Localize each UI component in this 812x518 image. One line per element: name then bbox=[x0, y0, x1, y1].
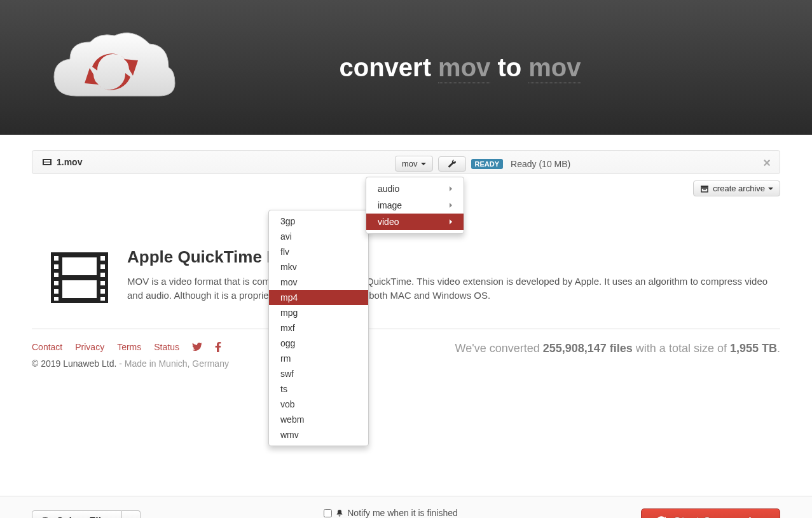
select-files-button[interactable]: Select Files bbox=[32, 510, 122, 518]
privacy-link[interactable]: Privacy bbox=[75, 342, 104, 352]
terms-link[interactable]: Terms bbox=[117, 342, 141, 352]
format-item-mp4[interactable]: mp4 bbox=[269, 290, 368, 305]
category-dropdown: audioimagevideo bbox=[366, 177, 464, 234]
svg-rect-3 bbox=[701, 186, 708, 187]
format-item-swf[interactable]: swf bbox=[269, 366, 368, 381]
format-item-mov[interactable]: mov bbox=[269, 275, 368, 290]
footer-links: Contact Privacy Terms Status bbox=[32, 342, 229, 352]
notify-checkbox[interactable] bbox=[324, 509, 332, 517]
select-files-caret-button[interactable] bbox=[122, 510, 141, 518]
format-dropdown: 3gpaviflvmkvmovmp4mpgmxfoggrmswftsvobweb… bbox=[268, 210, 369, 446]
contact-link[interactable]: Contact bbox=[32, 342, 62, 352]
format-item-ts[interactable]: ts bbox=[269, 381, 368, 397]
format-item-wmv[interactable]: wmv bbox=[269, 427, 368, 442]
caret-down-icon bbox=[768, 187, 773, 190]
chevron-right-icon bbox=[450, 219, 452, 224]
svg-rect-16 bbox=[100, 264, 105, 269]
title-mid: to bbox=[490, 53, 528, 81]
stats-files: 255,908,147 files bbox=[543, 342, 633, 355]
format-item-mkv[interactable]: mkv bbox=[269, 259, 368, 275]
svg-rect-17 bbox=[100, 273, 105, 277]
format-item-3gp[interactable]: 3gp bbox=[269, 214, 368, 229]
cloud-icon bbox=[38, 20, 184, 115]
format-item-avi[interactable]: avi bbox=[269, 229, 368, 244]
category-label: audio bbox=[378, 184, 399, 194]
svg-rect-20 bbox=[100, 297, 105, 301]
ready-text: Ready (10 MB) bbox=[511, 159, 570, 169]
notify-option[interactable]: Notify me when it is finished bbox=[324, 508, 458, 518]
format-title: Apple QuickTime Movie bbox=[127, 247, 780, 267]
film-icon bbox=[51, 252, 108, 303]
copyright-muted: - Made in Munich, Germany bbox=[116, 358, 229, 369]
svg-rect-11 bbox=[54, 273, 58, 277]
category-item-image[interactable]: image bbox=[366, 197, 464, 214]
format-from[interactable]: mov bbox=[438, 53, 490, 83]
category-label: video bbox=[378, 217, 399, 227]
convert-title: convert mov to mov bbox=[184, 53, 812, 82]
chevron-right-icon bbox=[450, 186, 452, 191]
stats-prefix: We've converted bbox=[455, 342, 543, 355]
copyright-text: © 2019 Lunaweb Ltd. bbox=[32, 358, 116, 369]
svg-rect-9 bbox=[54, 256, 58, 261]
category-item-audio[interactable]: audio bbox=[366, 181, 464, 197]
create-archive-button[interactable]: create archive bbox=[693, 181, 780, 196]
svg-rect-0 bbox=[43, 159, 52, 165]
svg-rect-1 bbox=[44, 160, 50, 162]
format-item-webm[interactable]: webm bbox=[269, 412, 368, 427]
wrench-icon bbox=[448, 160, 457, 168]
create-archive-label: create archive bbox=[713, 184, 765, 193]
format-item-ogg[interactable]: ogg bbox=[269, 336, 368, 351]
caret-down-icon bbox=[421, 163, 426, 165]
format-item-mpg[interactable]: mpg bbox=[269, 305, 368, 320]
header: convert mov to mov bbox=[0, 0, 812, 135]
format-item-mxf[interactable]: mxf bbox=[269, 320, 368, 336]
format-item-vob[interactable]: vob bbox=[269, 397, 368, 412]
copyright: © 2019 Lunaweb Ltd. - Made in Munich, Ge… bbox=[32, 358, 229, 369]
svg-rect-5 bbox=[703, 189, 706, 190]
title-prefix: convert bbox=[339, 53, 438, 81]
svg-rect-7 bbox=[62, 257, 97, 275]
category-label: image bbox=[378, 200, 402, 210]
stats-suffix: . bbox=[777, 342, 780, 355]
format-item-rm[interactable]: rm bbox=[269, 351, 368, 366]
twitter-icon[interactable] bbox=[192, 343, 202, 351]
svg-rect-12 bbox=[54, 281, 58, 285]
category-item-video[interactable]: video bbox=[366, 214, 464, 230]
notify-label: Notify me when it is finished bbox=[347, 508, 458, 518]
close-icon[interactable]: × bbox=[763, 156, 771, 170]
format-to[interactable]: mov bbox=[528, 53, 581, 83]
output-format-label: mov bbox=[402, 159, 418, 168]
svg-rect-8 bbox=[62, 280, 97, 298]
start-conversion-button[interactable]: Start Conversion bbox=[641, 508, 780, 519]
svg-rect-4 bbox=[701, 188, 708, 192]
output-format-button[interactable]: mov bbox=[395, 156, 433, 172]
stats-mid: with a total size of bbox=[633, 342, 730, 355]
stats-size: 1,955 TB bbox=[730, 342, 777, 355]
facebook-icon[interactable] bbox=[215, 342, 221, 352]
svg-rect-18 bbox=[100, 281, 105, 285]
logo-cloud[interactable] bbox=[38, 20, 184, 115]
footer: Contact Privacy Terms Status © 2019 Luna… bbox=[32, 329, 780, 369]
settings-button[interactable] bbox=[438, 156, 466, 172]
file-name: 1.mov bbox=[57, 157, 82, 167]
file-row: 1.mov mov READY Ready (10 MB) × bbox=[32, 150, 780, 174]
svg-rect-19 bbox=[100, 289, 105, 294]
svg-rect-15 bbox=[100, 256, 105, 261]
archive-icon bbox=[700, 184, 709, 193]
status-link[interactable]: Status bbox=[154, 342, 179, 352]
svg-rect-2 bbox=[44, 163, 50, 165]
stats-text: We've converted 255,908,147 files with a… bbox=[455, 342, 780, 355]
ready-badge: READY bbox=[471, 159, 504, 169]
svg-rect-13 bbox=[54, 289, 58, 294]
video-file-icon bbox=[43, 158, 52, 167]
chevron-right-icon bbox=[450, 203, 452, 208]
bottom-bar: Select Files Notify me when it is finish… bbox=[0, 496, 812, 518]
svg-rect-14 bbox=[54, 297, 58, 301]
start-conversion-label: Start Conversion bbox=[673, 515, 766, 519]
format-info-section: Apple QuickTime Movie MOV is a video for… bbox=[32, 247, 780, 329]
svg-rect-10 bbox=[54, 264, 58, 269]
format-item-flv[interactable]: flv bbox=[269, 244, 368, 259]
bell-icon bbox=[336, 509, 343, 517]
format-description: MOV is a video format that is commonly a… bbox=[127, 275, 780, 303]
